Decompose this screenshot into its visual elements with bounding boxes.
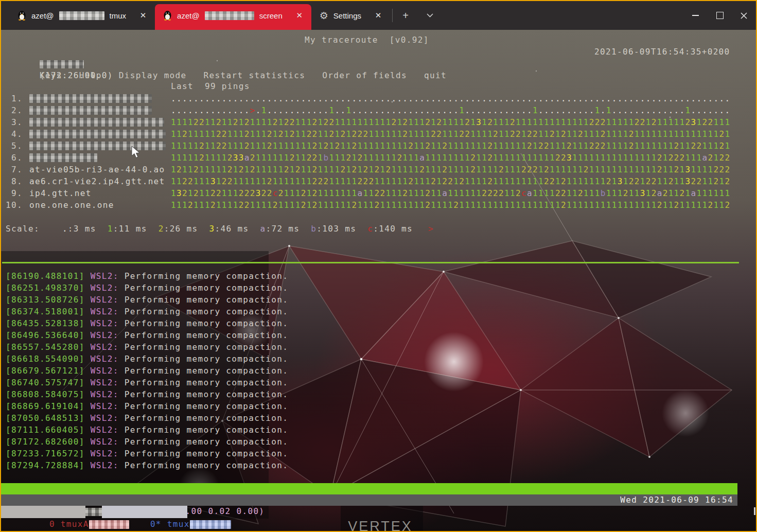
redacted-hostname: [59, 11, 104, 20]
log-message: Performing memory compaction.: [119, 401, 288, 411]
wallpaper-watermark: VERTEX: [348, 519, 413, 531]
hop-hostname: at-vie05b-ri3-ae-44-0.ao: [29, 164, 165, 175]
scrollbar-thumb[interactable]: [754, 507, 755, 515]
log-tag: WSL2:: [85, 342, 119, 352]
terminal-screen[interactable]: VERTEX My traceroute [v0.92] 2021-06-09T…: [1, 30, 756, 531]
log-tag: WSL2:: [85, 283, 119, 293]
hop-number: 10.: [1, 199, 23, 211]
hop-number: 5.: [1, 140, 23, 152]
scale-label: Scale:: [6, 224, 51, 234]
log-timestamp: [86313.508726]: [6, 295, 85, 305]
hop-hostname: ae6.cr1-vie2.ip4.gtt.net: [29, 175, 165, 187]
log-timestamp: [87111.660405]: [6, 425, 85, 435]
screen-tab-tmux2[interactable]: 0* tmux: [102, 506, 187, 518]
tab-title-suffix: screen: [259, 11, 283, 20]
hop-number: 4.: [1, 128, 23, 140]
tab-title-prefix: azet@: [177, 11, 200, 20]
maximize-button[interactable]: [708, 1, 732, 30]
window-controls: [683, 1, 756, 30]
screen-tab1-label: 0 tmuxA: [46, 519, 89, 529]
log-line: [86808.584075] WSL2: Performing memory c…: [6, 388, 288, 400]
redacted-hostname: [29, 106, 152, 115]
gear-icon: ⚙: [320, 10, 328, 21]
hop-number: 8.: [1, 175, 23, 187]
status-datetime: Wed 2021-06-09 16:54: [620, 494, 733, 506]
hop-ping-history: 1122111312211111121111111222111112221111…: [171, 175, 730, 187]
redacted-hostname: [29, 118, 164, 127]
log-line: [86251.498370] WSL2: Performing memory c…: [6, 282, 288, 294]
hop-ping-history: 1111121111233a2111111211221b111212111111…: [171, 152, 730, 164]
maximize-icon: [716, 12, 724, 19]
log-message: Performing memory compaction.: [119, 283, 288, 293]
key-display-mode: Display mode: [119, 70, 187, 80]
log-message: Performing memory compaction.: [119, 437, 288, 447]
log-tag: WSL2:: [85, 330, 119, 340]
log-tag: WSL2:: [85, 401, 119, 411]
log-timestamp: [86374.518001]: [6, 307, 85, 316]
log-tag: WSL2:: [85, 413, 119, 423]
chevron-down-icon: [427, 13, 433, 17]
hop-ping-history: ..............>.1...........1..1........…: [171, 104, 730, 116]
tab-screen-active[interactable]: azet@ screen ✕: [155, 4, 311, 30]
log-timestamp: [86435.528138]: [6, 318, 85, 328]
scale-overflow: >: [428, 224, 434, 234]
screen-tab-tmuxA[interactable]: 0 tmuxA: [1, 506, 85, 518]
log-tag: WSL2:: [85, 425, 119, 435]
tab-close-icon[interactable]: ✕: [295, 11, 304, 20]
hop-number: 3.: [1, 116, 23, 128]
tab-close-icon[interactable]: ✕: [138, 11, 148, 20]
close-button[interactable]: [732, 1, 756, 30]
tab-dropdown-button[interactable]: [421, 7, 439, 24]
tab-title: Settings: [333, 11, 361, 20]
screen-tab2-label: 0* tmux: [147, 519, 190, 529]
log-timestamp: [86496.536640]: [6, 330, 85, 340]
log-line: [86435.528138] WSL2: Performing memory c…: [6, 317, 288, 329]
log-message: Performing memory compaction.: [119, 389, 288, 399]
log-message: Performing memory compaction.: [119, 342, 288, 352]
host-status-bar: azet@AZ- | (load: 0.00 0.02 0.00) Wed 20…: [1, 494, 737, 506]
scale-entry: 3:46 ms: [209, 224, 249, 234]
log-line: [87294.728884] WSL2: Performing memory c…: [6, 459, 288, 471]
log-message: Performing memory compaction.: [119, 354, 288, 364]
latency-scale-legend: Scale: .:3 ms1:11 ms2:26 ms3:46 msa:72 m…: [6, 223, 434, 235]
tab-close-icon[interactable]: ✕: [374, 11, 383, 20]
screen-tab-separator: |: [94, 530, 99, 531]
log-tag: WSL2:: [85, 271, 119, 281]
log-timestamp: [86679.567121]: [6, 366, 85, 376]
log-timestamp: [86251.498370]: [6, 283, 85, 293]
log-tag: WSL2:: [85, 366, 119, 376]
log-tag: WSL2:: [85, 354, 119, 364]
log-line: [87233.716572] WSL2: Performing memory c…: [6, 448, 288, 459]
log-tag: WSL2:: [85, 318, 119, 328]
log-line: [86313.508726] WSL2: Performing memory c…: [6, 294, 288, 306]
log-message: Performing memory compaction.: [119, 378, 288, 387]
hop-ping-history: ........................................…: [171, 93, 730, 104]
hop-number: 6.: [1, 152, 23, 164]
log-message: Performing memory compaction.: [119, 330, 288, 340]
log-line: [86679.567121] WSL2: Performing memory c…: [6, 365, 288, 377]
log-message: Performing memory compaction.: [119, 449, 288, 458]
log-message: Performing memory compaction.: [119, 271, 288, 281]
tab-tmux[interactable]: azet@ tmux ✕: [9, 1, 155, 30]
scale-entry: 2:26 ms: [159, 224, 198, 234]
log-message: Performing memory compaction.: [119, 318, 288, 328]
tab-title-suffix: tmux: [110, 11, 127, 20]
scale-entry: 1:11 ms: [108, 224, 147, 234]
key-help: Help: [79, 70, 102, 80]
new-tab-button[interactable]: +: [397, 7, 414, 24]
scale-entry: b:103 ms: [311, 224, 356, 234]
redacted-hostname: [29, 94, 152, 103]
log-tag: WSL2:: [85, 437, 119, 447]
tab-strip: azet@ tmux ✕ azet@ screen ✕: [1, 1, 439, 30]
log-message: Performing memory compaction.: [119, 460, 288, 470]
key-restart-statistics: Restart statistics: [204, 70, 306, 80]
keys-label: Keys:: [40, 70, 68, 80]
log-tag: WSL2:: [85, 389, 119, 399]
close-icon: [741, 12, 747, 19]
minimize-button[interactable]: [683, 1, 708, 30]
mtr-timestamp: 2021-06-09T16:54:35+0200: [594, 46, 730, 58]
hop-number: 1.: [1, 93, 23, 104]
tab-settings[interactable]: ⚙ Settings ✕: [311, 1, 390, 30]
minimize-icon: [692, 15, 699, 16]
log-timestamp: [86190.488101]: [6, 271, 85, 281]
